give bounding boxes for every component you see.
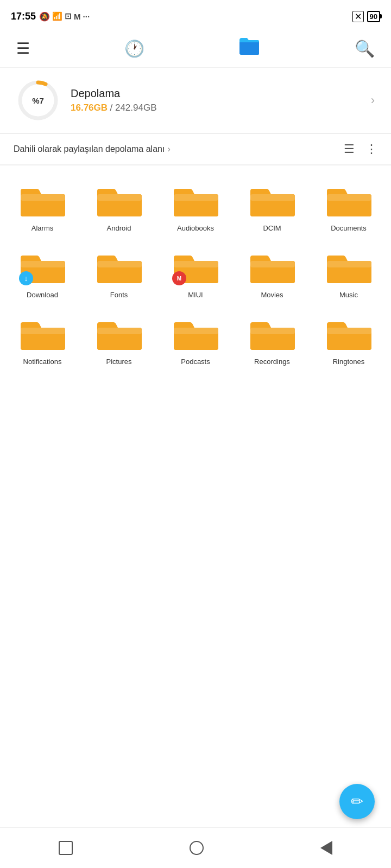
app-bar: ☰ 🕐 🔍 xyxy=(0,30,391,68)
svg-rect-21 xyxy=(327,261,371,267)
folder-label: Notifications xyxy=(23,358,62,366)
folder-icon-wrap: M xyxy=(171,246,220,286)
path-text[interactable]: Dahili olarak paylaşılan depolama alanı … xyxy=(14,144,171,154)
folder-item[interactable]: Ringtones xyxy=(312,307,386,371)
storage-title: Depolama xyxy=(71,87,371,100)
storage-info: Depolama 16.76GB / 242.94GB xyxy=(71,87,371,113)
storage-card[interactable]: %7 Depolama 16.76GB / 242.94GB › xyxy=(0,68,391,133)
folder-icon-wrap xyxy=(324,246,373,286)
folder-item[interactable]: Alarms xyxy=(5,174,79,238)
folder-icon-wrap xyxy=(18,179,67,220)
folder-item[interactable]: MMIUI xyxy=(159,240,232,304)
storage-circle: %7 xyxy=(16,79,60,122)
menu-icon[interactable]: ☰ xyxy=(16,40,30,58)
status-bar: 17:55 🔕 📶 ⊡ M ··· ✕ 90 xyxy=(0,0,391,30)
folder-icon-wrap xyxy=(171,312,220,353)
nav-home-button[interactable] xyxy=(190,841,204,855)
folder-label: Recordings xyxy=(254,358,290,366)
folder-grid: AlarmsAndroidAudiobooksDCIMDocuments↓Dow… xyxy=(0,165,391,379)
fab-edit-icon: ✏ xyxy=(351,793,363,810)
folder-label: Pictures xyxy=(106,358,132,366)
path-chevron-icon: › xyxy=(167,144,170,154)
folder-label: Alarms xyxy=(31,224,53,232)
folder-item[interactable]: ↓Download xyxy=(5,240,79,304)
folder-item[interactable]: Pictures xyxy=(82,307,156,371)
svg-rect-11 xyxy=(327,194,371,201)
folder-label: Android xyxy=(107,224,131,232)
folder-item[interactable]: Recordings xyxy=(235,307,309,371)
folder-icon-wrap xyxy=(171,179,220,220)
history-icon[interactable]: 🕐 xyxy=(124,39,144,58)
svg-rect-13 xyxy=(21,261,65,267)
list-view-icon[interactable]: ☰ xyxy=(344,142,355,156)
search-icon[interactable]: 🔍 xyxy=(355,39,375,58)
svg-rect-3 xyxy=(21,194,65,201)
storage-total: / 242.94GB xyxy=(110,103,157,113)
svg-rect-15 xyxy=(97,261,142,267)
svg-rect-9 xyxy=(250,194,295,201)
miui-badge-icon: M xyxy=(172,271,186,285)
path-actions: ☰ ⋮ xyxy=(344,142,377,156)
folder-item[interactable]: Fonts xyxy=(82,240,156,304)
folder-label: Fonts xyxy=(110,291,128,299)
folder-label: DCIM xyxy=(263,224,281,232)
folder-item[interactable]: DCIM xyxy=(235,174,309,238)
folder-label: Download xyxy=(27,291,58,299)
svg-rect-23 xyxy=(21,328,65,334)
svg-rect-7 xyxy=(174,194,218,201)
nav-recent-button[interactable] xyxy=(59,841,73,855)
svg-rect-29 xyxy=(250,328,295,334)
alarm-off-icon: 🔕 xyxy=(39,11,50,22)
svg-rect-17 xyxy=(174,261,218,267)
folder-label: Ringtones xyxy=(333,358,365,366)
signal-icon: 📶 xyxy=(52,11,62,21)
status-right: ✕ 90 xyxy=(352,11,380,22)
storage-arrow-icon: › xyxy=(371,93,375,107)
folder-item[interactable]: Android xyxy=(82,174,156,238)
download-badge-icon: ↓ xyxy=(19,271,33,285)
battery-indicator: 90 xyxy=(367,11,380,22)
path-bar: Dahili olarak paylaşılan depolama alanı … xyxy=(0,134,391,165)
folder-tab-icon[interactable] xyxy=(238,37,260,60)
folder-label: Audiobooks xyxy=(177,224,214,232)
folder-item[interactable]: Podcasts xyxy=(159,307,232,371)
svg-rect-19 xyxy=(250,261,295,267)
folder-icon-wrap: ↓ xyxy=(18,246,67,286)
folder-icon-wrap xyxy=(324,312,373,353)
folder-label: Music xyxy=(339,291,358,299)
folder-icon-wrap xyxy=(248,246,297,286)
folder-label: Documents xyxy=(331,224,367,232)
email-icon: M xyxy=(74,12,81,21)
path-label: Dahili olarak paylaşılan depolama alanı xyxy=(14,144,165,154)
bottom-nav xyxy=(0,827,391,868)
folder-label: Movies xyxy=(261,291,283,299)
folder-item[interactable]: Notifications xyxy=(5,307,79,371)
svg-rect-25 xyxy=(97,328,142,334)
more-options-icon[interactable]: ⋮ xyxy=(365,142,377,156)
close-icon: ✕ xyxy=(352,11,364,22)
svg-rect-31 xyxy=(327,328,371,334)
more-icon: ··· xyxy=(83,12,90,21)
folder-icon-wrap xyxy=(94,179,143,220)
svg-rect-27 xyxy=(174,328,218,334)
svg-rect-5 xyxy=(97,194,142,201)
folder-icon-wrap xyxy=(94,312,143,353)
nav-back-button[interactable] xyxy=(320,841,332,855)
folder-item[interactable]: Music xyxy=(312,240,386,304)
folder-icon-wrap xyxy=(324,179,373,220)
folder-icon-wrap xyxy=(248,179,297,220)
folder-icon-wrap xyxy=(94,246,143,286)
folder-item[interactable]: Documents xyxy=(312,174,386,238)
status-icons: 🔕 📶 ⊡ M ··· xyxy=(39,11,90,22)
storage-used: 16.76GB xyxy=(71,103,108,113)
storage-percent: %7 xyxy=(32,96,44,105)
folder-item[interactable]: Audiobooks xyxy=(159,174,232,238)
fab-button[interactable]: ✏ xyxy=(339,784,375,819)
folder-label: Podcasts xyxy=(181,358,210,366)
folder-item[interactable]: Movies xyxy=(235,240,309,304)
folder-icon-wrap xyxy=(18,312,67,353)
folder-label: MIUI xyxy=(188,291,203,299)
screen-record-icon: ⊡ xyxy=(65,11,72,21)
time-display: 17:55 xyxy=(11,11,36,22)
folder-icon-wrap xyxy=(248,312,297,353)
